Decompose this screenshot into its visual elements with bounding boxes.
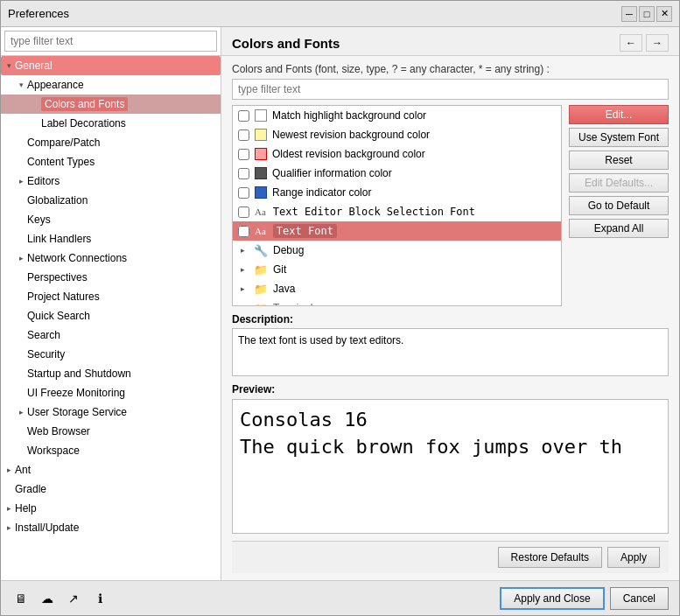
- expand-all-button[interactable]: Expand All: [569, 219, 669, 238]
- sidebar-label-label-decorations: Label Decorations: [41, 117, 126, 130]
- edit-defaults-button[interactable]: Edit Defaults...: [569, 173, 669, 192]
- sidebar-item-network-connections[interactable]: Network Connections: [1, 248, 221, 268]
- sidebar-label-security: Security: [27, 348, 65, 360]
- sidebar-item-user-storage[interactable]: User Storage Service: [1, 402, 221, 422]
- checkbox-newest-revision[interactable]: [238, 130, 249, 141]
- sidebar-label-install-update: Install/Update: [15, 522, 79, 534]
- back-button[interactable]: ←: [620, 34, 642, 52]
- sidebar-filter-area: [1, 27, 221, 56]
- sidebar-label-compare-patch: Compare/Patch: [27, 136, 100, 149]
- arrow-icon-network-connections: [15, 252, 27, 264]
- sidebar-label-network-connections: Network Connections: [27, 252, 127, 264]
- color-item-group-debug[interactable]: 🔧 Debug: [233, 241, 561, 260]
- sidebar-item-label-decorations[interactable]: Label Decorations: [1, 114, 221, 133]
- restore-defaults-button[interactable]: Restore Defaults: [498, 547, 602, 568]
- sidebar-item-search[interactable]: Search: [1, 326, 221, 345]
- checkbox-qualifier-info[interactable]: [238, 168, 249, 179]
- sidebar-item-help[interactable]: Help: [1, 499, 221, 518]
- preview-label: Preview:: [232, 383, 669, 396]
- sidebar-item-appearance[interactable]: Appearance: [1, 75, 221, 94]
- description-label: Description:: [232, 313, 669, 326]
- colors-list-area: Match highlight background color Newest …: [232, 105, 669, 306]
- minimize-button[interactable]: ─: [621, 6, 637, 22]
- bottom-toolbar: Restore Defaults Apply: [232, 541, 669, 573]
- arrow-icon-java: [236, 283, 249, 295]
- arrow-icon-terminal: [236, 302, 249, 306]
- sidebar-item-colors-fonts[interactable]: Colors and Fonts: [1, 94, 221, 114]
- sidebar-item-project-natures[interactable]: Project Natures: [1, 287, 221, 306]
- preferences-window: Preferences ─ □ ✕ General Ap: [0, 0, 680, 616]
- sidebar-item-general[interactable]: General: [1, 56, 221, 75]
- use-system-font-button[interactable]: Use System Font: [569, 128, 669, 147]
- right-buttons-panel: Edit... Use System Font Reset Edit Defau…: [569, 105, 669, 306]
- apply-button[interactable]: Apply: [607, 547, 660, 568]
- sidebar-item-web-browser[interactable]: Web Browser: [1, 422, 221, 441]
- group-icon-git: 📁: [254, 263, 268, 276]
- sidebar-item-content-types[interactable]: Content Types: [1, 152, 221, 172]
- sidebar-item-keys[interactable]: Keys: [1, 210, 221, 229]
- checkbox-match-highlight[interactable]: [238, 110, 249, 122]
- panel-title: Colors and Fonts: [232, 36, 340, 51]
- sidebar-item-security[interactable]: Security: [1, 345, 221, 364]
- footer-icon-monitor[interactable]: 🖥: [11, 589, 31, 608]
- title-bar: Preferences ─ □ ✕: [1, 1, 679, 27]
- maximize-button[interactable]: □: [639, 6, 655, 22]
- sidebar-item-ui-freeze[interactable]: UI Freeze Monitoring: [1, 383, 221, 402]
- cancel-button[interactable]: Cancel: [610, 587, 669, 610]
- forward-button[interactable]: →: [646, 34, 669, 52]
- sidebar-item-install-update[interactable]: Install/Update: [1, 518, 221, 537]
- checkbox-range-indicator[interactable]: [238, 187, 249, 199]
- checkbox-oldest-revision[interactable]: [238, 149, 249, 160]
- arrow-icon-debug: [236, 244, 249, 256]
- sidebar-item-ant[interactable]: Ant: [1, 460, 221, 480]
- color-item-oldest-revision[interactable]: Oldest revision background color: [233, 144, 561, 164]
- sidebar-label-workspace: Workspace: [27, 444, 80, 457]
- close-button[interactable]: ✕: [656, 6, 672, 22]
- sidebar-label-content-types: Content Types: [27, 156, 95, 168]
- footer-icon-export[interactable]: ↗: [64, 589, 83, 608]
- apply-and-close-button[interactable]: Apply and Close: [500, 587, 604, 610]
- sidebar-label-user-storage: User Storage Service: [27, 406, 127, 418]
- checkbox-text-font[interactable]: [238, 226, 249, 237]
- color-item-newest-revision[interactable]: Newest revision background color: [233, 125, 561, 144]
- sidebar-label-editors: Editors: [27, 175, 60, 187]
- right-panel: Colors and Fonts ← → Colors and Fonts (f…: [221, 27, 679, 580]
- sidebar-item-compare-patch[interactable]: Compare/Patch: [1, 133, 221, 152]
- reset-button[interactable]: Reset: [569, 150, 669, 170]
- swatch-range-indicator: [255, 186, 267, 199]
- sidebar-filter-input[interactable]: [4, 31, 217, 52]
- arrow-icon-user-storage: [15, 406, 27, 418]
- sidebar-item-link-handlers[interactable]: Link Handlers: [1, 229, 221, 248]
- label-newest-revision: Newest revision background color: [272, 129, 430, 141]
- sidebar-item-quick-search[interactable]: Quick Search: [1, 306, 221, 326]
- sidebar-item-workspace[interactable]: Workspace: [1, 441, 221, 460]
- sidebar-item-editors[interactable]: Editors: [1, 172, 221, 191]
- arrow-icon-ant: [3, 464, 15, 476]
- sidebar-item-gradle[interactable]: Gradle: [1, 480, 221, 499]
- sidebar-label-appearance: Appearance: [27, 79, 84, 91]
- arrow-icon-git: [236, 263, 249, 276]
- footer-icon-info[interactable]: ℹ: [90, 589, 109, 608]
- label-group-terminal: Terminal: [273, 302, 312, 306]
- checkbox-text-editor-block-font[interactable]: [238, 206, 249, 218]
- color-item-text-font[interactable]: Aa Text Font: [233, 221, 561, 241]
- color-item-group-terminal[interactable]: 📁 Terminal: [233, 298, 561, 306]
- color-item-range-indicator[interactable]: Range indicator color: [233, 183, 561, 202]
- footer-icon-cloud[interactable]: ☁: [38, 589, 57, 608]
- sidebar: General Appearance Colors and Fonts Labe…: [1, 27, 221, 580]
- sidebar-item-globalization[interactable]: Globalization: [1, 191, 221, 210]
- edit-button[interactable]: Edit...: [569, 105, 669, 124]
- color-item-group-git[interactable]: 📁 Git: [233, 260, 561, 279]
- color-item-qualifier-info[interactable]: Qualifier information color: [233, 164, 561, 183]
- color-item-text-editor-block-font[interactable]: Aa Text Editor Block Selection Font: [233, 202, 561, 221]
- sidebar-label-perspectives: Perspectives: [27, 271, 88, 284]
- sidebar-item-perspectives[interactable]: Perspectives: [1, 268, 221, 287]
- color-filter-input[interactable]: [232, 79, 669, 100]
- panel-header: Colors and Fonts ← →: [221, 27, 679, 56]
- color-item-group-java[interactable]: 📁 Java: [233, 279, 561, 298]
- swatch-oldest-revision: [255, 148, 267, 160]
- label-group-java: Java: [273, 283, 295, 295]
- go-to-default-button[interactable]: Go to Default: [569, 196, 669, 215]
- sidebar-item-startup-shutdown[interactable]: Startup and Shutdown: [1, 364, 221, 383]
- color-item-match-highlight[interactable]: Match highlight background color: [233, 106, 561, 125]
